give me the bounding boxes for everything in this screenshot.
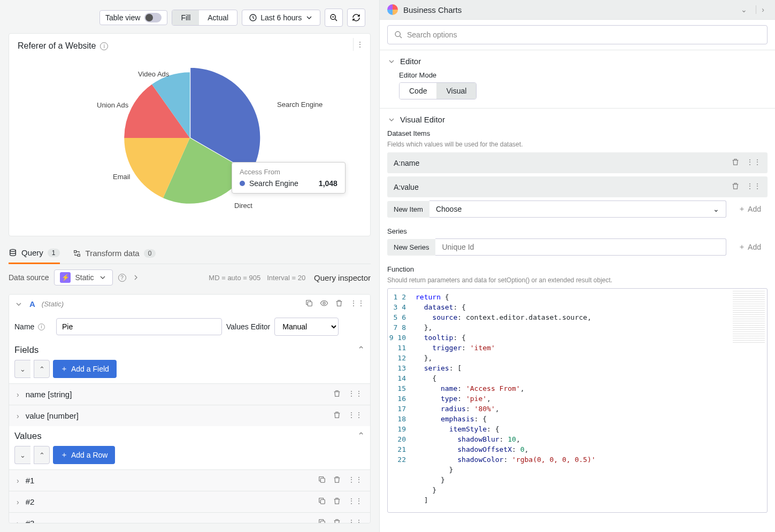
expand-all-button[interactable]: ⌃	[34, 360, 50, 378]
bolt-icon: ⚡	[60, 272, 71, 283]
field-row[interactable]: › value [number] ⋮⋮	[9, 405, 370, 426]
copy-icon[interactable]	[318, 475, 326, 485]
drag-icon[interactable]: ⋮⋮	[348, 389, 363, 399]
trash-icon[interactable]	[731, 182, 740, 192]
dataset-help-text: Fields which values will be used for the…	[387, 141, 768, 148]
value-row[interactable]: › #1 ⋮⋮	[9, 469, 370, 491]
value-row[interactable]: › #3 ⋮⋮	[9, 512, 370, 523]
transform-count-badge: 0	[144, 249, 156, 258]
chevron-right-icon: ›	[17, 390, 19, 399]
label-video-ads: Video Ads	[138, 70, 169, 78]
query-letter[interactable]: A	[29, 299, 35, 309]
copy-icon[interactable]	[318, 497, 326, 507]
collapse-all-button[interactable]: ⌄	[14, 360, 30, 378]
expand-all-button[interactable]: ⌃	[34, 446, 50, 464]
chevron-down-icon[interactable]	[387, 115, 396, 124]
new-item-select[interactable]: Choose ⌄	[429, 201, 726, 218]
dataset-item[interactable]: A:value ⋮⋮	[387, 176, 768, 197]
tooltip-dot-icon	[240, 181, 245, 186]
trash-icon[interactable]	[731, 158, 740, 168]
tooltip-value: 1,048	[319, 179, 337, 188]
info-icon[interactable]: i	[100, 42, 108, 50]
chart-tooltip: Access From Search Engine 1,048	[232, 162, 346, 194]
copy-icon[interactable]	[305, 299, 313, 309]
trash-icon[interactable]	[333, 475, 341, 485]
fields-header: Fields	[14, 345, 39, 356]
time-range-picker[interactable]: Last 6 hours	[242, 10, 320, 26]
name-input[interactable]	[56, 318, 222, 335]
code-body: return { dataset: { source: context.edit…	[411, 289, 767, 508]
query-inspector-button[interactable]: Query inspector	[314, 273, 371, 282]
mode-code-button[interactable]: Code	[400, 83, 436, 99]
query-source-label: (Static)	[42, 300, 64, 308]
function-help-text: Should return parameters and data for se…	[387, 276, 768, 284]
datasource-picker[interactable]: ⚡ Static	[54, 269, 112, 286]
field-row[interactable]: › name [string] ⋮⋮	[9, 383, 370, 405]
drag-icon[interactable]: ⋮⋮	[350, 299, 365, 309]
chevron-down-icon	[305, 13, 313, 22]
fill-button[interactable]: Fill	[172, 10, 199, 25]
help-icon[interactable]: ?	[118, 274, 126, 282]
chevron-down-icon[interactable]	[387, 57, 396, 66]
chevron-right-icon[interactable]	[132, 273, 140, 282]
eye-icon[interactable]	[320, 299, 328, 309]
dataset-items-label: Dataset Items	[387, 129, 768, 137]
clock-icon	[249, 13, 257, 22]
editor-section-title: Editor	[400, 57, 421, 66]
tab-query[interactable]: Query 1	[9, 243, 60, 264]
collapse-all-button[interactable]: ⌄	[14, 446, 30, 464]
drag-icon[interactable]: ⋮⋮	[348, 475, 363, 485]
tab-transform[interactable]: Transform data 0	[73, 243, 156, 263]
chevron-down-icon[interactable]: ⌄	[738, 5, 750, 14]
svg-rect-5	[320, 478, 325, 482]
dataset-item[interactable]: A:name ⋮⋮	[387, 152, 768, 173]
label-email: Email	[113, 173, 131, 181]
trash-icon[interactable]	[333, 497, 341, 507]
trash-icon[interactable]	[335, 299, 343, 309]
tooltip-series: Access From	[240, 168, 337, 176]
visual-editor-title: Visual Editor	[400, 115, 445, 124]
chevron-right-icon[interactable]: ›	[756, 5, 768, 14]
search-input[interactable]: Search options	[387, 25, 768, 44]
drag-icon[interactable]: ⋮⋮	[348, 411, 363, 421]
copy-icon[interactable]	[318, 518, 326, 523]
add-series-button[interactable]: ＋ Add	[732, 238, 768, 256]
collapse-fields-icon[interactable]: ⌃	[357, 344, 365, 356]
chart-panel: Referer of a Website i ⋮ Video Ads Union…	[9, 33, 371, 236]
svg-rect-3	[308, 302, 312, 306]
drag-icon[interactable]: ⋮⋮	[746, 158, 761, 168]
drag-icon[interactable]: ⋮⋮	[348, 518, 363, 523]
zoom-out-button[interactable]	[325, 9, 343, 27]
chevron-down-icon	[98, 273, 107, 282]
trash-icon[interactable]	[333, 518, 341, 523]
label-direct: Direct	[234, 202, 252, 210]
mode-visual-button[interactable]: Visual	[436, 83, 476, 99]
drag-icon[interactable]: ⋮⋮	[348, 497, 363, 507]
panel-menu-button[interactable]: ⋮	[353, 38, 366, 51]
minimap-icon[interactable]	[733, 291, 765, 344]
refresh-button[interactable]	[347, 9, 365, 27]
chevron-right-icon: ›	[17, 476, 19, 485]
values-editor-select[interactable]: Manual	[274, 318, 339, 336]
search-icon	[394, 30, 403, 39]
code-gutter: 1 2 3 4 5 6 7 8 9 10 11 12 13 14 15 16 1…	[388, 289, 411, 512]
plugin-title[interactable]: Business Charts	[403, 5, 732, 14]
collapse-values-icon[interactable]: ⌃	[357, 430, 365, 442]
name-field-label: Name i	[14, 322, 52, 331]
drag-icon[interactable]: ⋮⋮	[746, 182, 761, 192]
trash-icon[interactable]	[333, 411, 341, 421]
refresh-icon	[352, 13, 360, 22]
unique-id-input[interactable]	[435, 238, 726, 256]
add-field-button[interactable]: ＋ Add a Field	[53, 360, 117, 378]
trash-icon[interactable]	[333, 389, 341, 399]
database-icon	[9, 249, 17, 257]
table-view-toggle[interactable]: Table view	[99, 10, 167, 25]
chevron-down-icon[interactable]	[14, 300, 23, 309]
add-item-button[interactable]: ＋ Add	[732, 201, 768, 218]
value-row[interactable]: › #2 ⋮⋮	[9, 491, 370, 512]
code-editor[interactable]: 1 2 3 4 5 6 7 8 9 10 11 12 13 14 15 16 1…	[387, 288, 768, 513]
tooltip-name: Search Engine	[249, 179, 298, 188]
fill-actual-group: Fill Actual	[172, 10, 237, 26]
actual-button[interactable]: Actual	[199, 10, 237, 25]
add-row-button[interactable]: ＋ Add a Row	[53, 446, 115, 464]
